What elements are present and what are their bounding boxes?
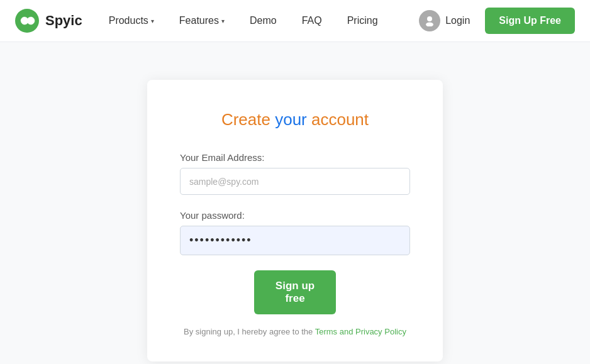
nav-item-demo[interactable]: Demo: [238, 10, 288, 31]
title-your: your: [275, 110, 307, 129]
password-group: Your password:: [180, 210, 410, 255]
form-title: Create your account: [180, 110, 410, 130]
logo-text: Spyic: [45, 13, 82, 29]
nav-faq-label: FAQ: [302, 15, 322, 26]
nav-features-label: Features: [179, 15, 219, 26]
title-account: account: [307, 110, 369, 129]
login-label: Login: [445, 15, 470, 26]
email-group: Your Email Address:: [180, 152, 410, 195]
products-chevron-icon: ▾: [151, 18, 154, 25]
password-input[interactable]: [180, 226, 410, 255]
terms-text: By signing up, I hereby agree to the Ter…: [180, 327, 410, 336]
nav-item-pricing[interactable]: Pricing: [336, 10, 389, 31]
email-label: Your Email Address:: [180, 152, 410, 163]
signup-form-card: Create your account Your Email Address: …: [147, 80, 443, 361]
password-label: Your password:: [180, 210, 410, 221]
terms-link[interactable]: Terms and Privacy Policy: [315, 327, 406, 336]
nav-menu: Products ▾ Features ▾ Demo FAQ Pricing: [97, 10, 409, 31]
title-create: Create: [221, 110, 275, 129]
user-avatar-icon: [419, 10, 440, 31]
nav-item-features[interactable]: Features ▾: [168, 10, 236, 31]
signup-form-button[interactable]: Sign up free: [254, 270, 336, 314]
svg-point-1: [427, 16, 432, 21]
logo-link[interactable]: Spyic: [15, 9, 82, 33]
navbar: Spyic Products ▾ Features ▾ Demo FAQ Pri…: [0, 0, 590, 42]
nav-pricing-label: Pricing: [347, 15, 378, 26]
email-input[interactable]: [180, 168, 410, 195]
login-button[interactable]: Login: [409, 5, 480, 36]
nav-products-label: Products: [109, 15, 148, 26]
nav-item-faq[interactable]: FAQ: [291, 10, 333, 31]
features-chevron-icon: ▾: [221, 18, 225, 25]
nav-demo-label: Demo: [250, 15, 277, 26]
nav-signup-button[interactable]: Sign Up Free: [485, 8, 575, 34]
nav-item-products[interactable]: Products ▾: [97, 10, 165, 31]
nav-right-area: Login Sign Up Free: [409, 5, 575, 36]
terms-prefix: By signing up, I hereby agree to the: [184, 327, 315, 336]
spyic-logo-icon: [15, 9, 39, 33]
main-content: Create your account Your Email Address: …: [0, 42, 590, 364]
svg-point-2: [426, 23, 433, 27]
